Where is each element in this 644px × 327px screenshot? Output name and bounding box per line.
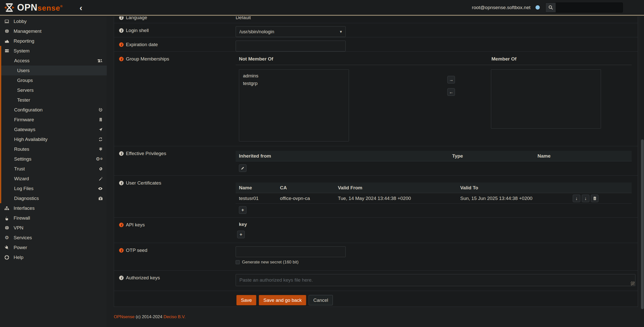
sidebar-collapse-chevron-icon[interactable]: ‹ xyxy=(80,4,82,11)
sidebar-item-servers[interactable]: Servers xyxy=(1,85,107,95)
sidebar: Lobby Management Reporting System Access… xyxy=(0,16,107,327)
sidebar-item-groups[interactable]: Groups xyxy=(1,75,107,85)
form-actions-row: Save Save and go back Cancel xyxy=(114,291,638,307)
info-icon[interactable]: i xyxy=(119,151,124,156)
inherited-from-header: Inherited from xyxy=(239,153,452,159)
sidebar-item-management[interactable]: Management xyxy=(0,26,107,36)
sidebar-item-configuration[interactable]: Configuration xyxy=(1,105,107,115)
login-shell-label: Login shell xyxy=(126,28,149,33)
textarea-resize-grip[interactable] xyxy=(631,281,635,285)
desktop-icon xyxy=(4,19,10,24)
save-button[interactable]: Save xyxy=(236,295,256,305)
sidebar-item-help[interactable]: Help xyxy=(0,252,107,262)
not-member-of-listbox[interactable]: admins testgrp xyxy=(239,69,349,141)
sidebar-item-firewall[interactable]: Firewall xyxy=(0,213,107,223)
deciso-footer-link[interactable]: Deciso B.V. xyxy=(164,314,186,319)
trash-icon xyxy=(593,196,596,200)
group-option-testgrp[interactable]: testgrp xyxy=(239,80,349,87)
cert-name: testusr01 xyxy=(239,196,280,201)
delete-certificate-button[interactable] xyxy=(591,195,598,202)
system-menu-group: System Access Users Groups Servers Teste… xyxy=(0,46,107,203)
sidebar-item-reporting[interactable]: Reporting xyxy=(0,36,107,46)
language-row: i Language Default xyxy=(114,16,638,23)
group-membership-headers: Not Member Of Member Of xyxy=(236,52,632,65)
expiration-date-input[interactable] xyxy=(236,41,346,51)
globe-icon xyxy=(4,29,10,34)
area-chart-icon xyxy=(4,39,10,43)
move-to-member-button[interactable]: → xyxy=(447,76,455,83)
map-signs-icon xyxy=(99,147,103,151)
group-memberships-row: i Group Memberships Not Member Of Member… xyxy=(114,52,638,146)
caret-down-icon: ▾ xyxy=(340,29,342,34)
info-icon[interactable]: i xyxy=(119,248,124,253)
scrollbar-thumb[interactable] xyxy=(641,139,644,309)
cert-ca: office-ovpn-ca xyxy=(280,196,338,201)
sidebar-item-high-availability[interactable]: High Availability xyxy=(1,134,107,144)
language-value: Default xyxy=(236,16,251,20)
server-icon xyxy=(4,48,10,53)
sidebar-item-vpn[interactable]: VPN xyxy=(0,223,107,233)
authorized-keys-textarea[interactable] xyxy=(236,274,635,286)
sidebar-item-log-files[interactable]: Log Files xyxy=(1,184,107,193)
name-header: Name xyxy=(538,153,551,159)
sidebar-item-firmware[interactable]: Firmware xyxy=(1,115,107,125)
certificate-table-row: testusr01 office-ovpn-ca Tue, 14 May 202… xyxy=(236,193,632,204)
info-icon[interactable]: i xyxy=(119,16,124,20)
generate-secret-checkbox[interactable] xyxy=(236,260,240,264)
group-option-admins[interactable]: admins xyxy=(239,72,349,80)
logo-text: OPNsense® xyxy=(17,2,63,13)
users-group-icon xyxy=(97,59,103,63)
sidebar-item-interfaces[interactable]: Interfaces xyxy=(0,203,107,213)
move-to-not-member-button[interactable]: ← xyxy=(447,88,455,96)
sidebar-item-tester[interactable]: Tester xyxy=(1,95,107,105)
sidebar-item-system[interactable]: System xyxy=(1,46,107,56)
cert-valid-to: Sun, 15 Jun 2025 13:44:38 +0200 xyxy=(460,196,573,201)
info-icon[interactable]: i xyxy=(119,57,124,61)
add-certificate-button[interactable]: + xyxy=(239,206,246,214)
sidebar-item-services[interactable]: ⚙ Services xyxy=(0,233,107,243)
logged-in-user: root@opnsense.softbox.net xyxy=(472,5,530,10)
firmware-icon xyxy=(99,117,103,122)
edit-privileges-button[interactable] xyxy=(239,164,246,172)
opnsense-footer-link[interactable]: OPNsense xyxy=(114,314,134,319)
otp-seed-input[interactable] xyxy=(236,246,346,257)
info-icon[interactable]: i xyxy=(119,42,124,47)
sitemap-icon xyxy=(4,206,10,210)
cogs-icon: ⚙⚙ xyxy=(96,157,103,161)
sidebar-item-gateways[interactable]: Gateways xyxy=(1,125,107,134)
sidebar-item-diagnostics[interactable]: Diagnostics xyxy=(1,193,107,203)
member-of-listbox[interactable] xyxy=(491,69,601,129)
life-ring-icon xyxy=(4,255,10,260)
expiration-date-label: Expiration date xyxy=(126,42,158,47)
location-arrow-icon xyxy=(99,128,103,132)
global-search-input[interactable] xyxy=(556,3,623,12)
user-certificates-row: i User Certificates Name CA Valid From V… xyxy=(114,176,638,218)
sidebar-item-routes[interactable]: Routes xyxy=(1,144,107,154)
sidebar-item-wizard[interactable]: Wizard xyxy=(1,174,107,184)
certificate-actions: ↓ ↓ xyxy=(573,195,598,202)
history-icon xyxy=(98,108,103,112)
sidebar-item-lobby[interactable]: Lobby xyxy=(0,16,107,26)
download-key-button[interactable]: ↓ xyxy=(582,195,589,202)
info-icon[interactable]: i xyxy=(119,223,124,227)
cancel-button[interactable]: Cancel xyxy=(309,295,333,305)
info-icon[interactable]: i xyxy=(119,181,124,185)
vertical-scrollbar xyxy=(641,16,644,327)
add-api-key-button[interactable]: + xyxy=(237,231,245,238)
info-icon[interactable]: i xyxy=(119,28,124,33)
login-shell-select[interactable]: /usr/sbin/nologin ▾ xyxy=(236,26,346,37)
sidebar-item-trust[interactable]: Trust xyxy=(1,164,107,174)
sidebar-item-access[interactable]: Access xyxy=(1,56,107,66)
generate-secret-label: Generate new secret (160 bit) xyxy=(242,260,299,265)
opnsense-logo-icon xyxy=(4,2,15,13)
sidebar-item-users[interactable]: Users xyxy=(1,66,107,75)
sidebar-item-settings[interactable]: Settings ⚙⚙ xyxy=(1,154,107,164)
certificate-seal-icon xyxy=(99,167,103,171)
info-icon[interactable]: i xyxy=(119,276,124,280)
sidebar-item-power[interactable]: Power xyxy=(0,243,107,252)
cert-valid-from: Tue, 14 May 2024 13:44:38 +0200 xyxy=(338,196,460,201)
opnsense-logo[interactable]: OPNsense® xyxy=(4,2,63,13)
download-certificate-button[interactable]: ↓ xyxy=(573,195,580,202)
save-and-go-back-button[interactable]: Save and go back xyxy=(259,295,306,305)
effective-privileges-label: Effective Privileges xyxy=(126,151,166,156)
